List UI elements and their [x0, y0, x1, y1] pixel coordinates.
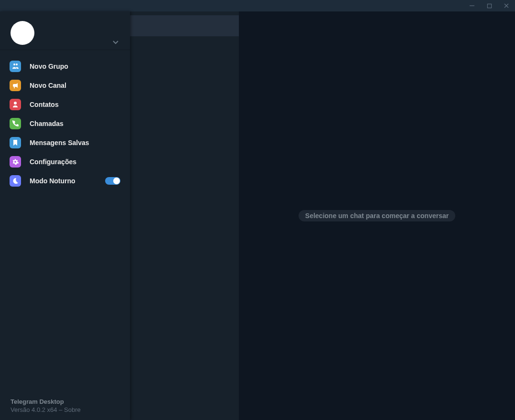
phone-icon [10, 118, 21, 129]
megaphone-icon [10, 80, 21, 91]
maximize-icon [487, 3, 492, 9]
group-icon [10, 61, 21, 72]
sidebar-item-label: Contatos [30, 101, 120, 108]
sidebar-item-new-channel[interactable]: Novo Canal [0, 76, 130, 95]
sidebar-item-new-group[interactable]: Novo Grupo [0, 57, 130, 76]
chevron-down-icon [112, 38, 119, 46]
svg-rect-1 [487, 4, 491, 8]
sidebar-item-settings[interactable]: Configurações [0, 152, 130, 171]
account-expand-button[interactable] [109, 35, 122, 49]
sidebar-item-contacts[interactable]: Contatos [0, 95, 130, 114]
sidebar-item-saved[interactable]: Mensagens Salvas [0, 133, 130, 152]
titlebar [0, 0, 515, 11]
minimize-icon [469, 3, 475, 9]
person-icon [10, 99, 21, 110]
app-name: Telegram Desktop [11, 398, 119, 405]
sidebar-item-label: Novo Canal [30, 82, 120, 89]
sidebar-drawer: Novo GrupoNovo CanalContatosChamadasMens… [0, 11, 130, 420]
sidebar-header [0, 11, 130, 50]
bookmark-icon [10, 137, 21, 148]
gear-icon [10, 156, 21, 168]
avatar[interactable] [11, 21, 34, 45]
moon-icon [10, 175, 21, 187]
sidebar-item-label: Chamadas [30, 120, 120, 127]
sidebar-item-label: Modo Noturno [30, 177, 105, 185]
chat-placeholder: Selecione um chat para começar a convers… [299, 210, 455, 221]
sidebar-item-calls[interactable]: Chamadas [0, 114, 130, 133]
close-icon [504, 3, 509, 9]
sidebar-menu: Novo GrupoNovo CanalContatosChamadasMens… [0, 50, 130, 190]
close-button[interactable] [498, 0, 515, 11]
minimize-button[interactable] [463, 0, 481, 11]
maximize-button[interactable] [481, 0, 498, 11]
sidebar-item-label: Novo Grupo [30, 63, 120, 70]
night-mode-toggle[interactable] [105, 177, 120, 185]
chat-area: Selecione um chat para começar a convers… [239, 11, 515, 420]
search-input[interactable] [130, 15, 239, 36]
sidebar-item-night-mode[interactable]: Modo Noturno [0, 171, 130, 190]
sidebar-item-label: Configurações [30, 158, 120, 166]
app-version[interactable]: Versão 4.0.2 x64 – Sobre [11, 406, 119, 413]
sidebar-item-label: Mensagens Salvas [30, 139, 120, 147]
sidebar-footer: Telegram Desktop Versão 4.0.2 x64 – Sobr… [0, 398, 130, 420]
chat-list-panel [130, 11, 239, 420]
